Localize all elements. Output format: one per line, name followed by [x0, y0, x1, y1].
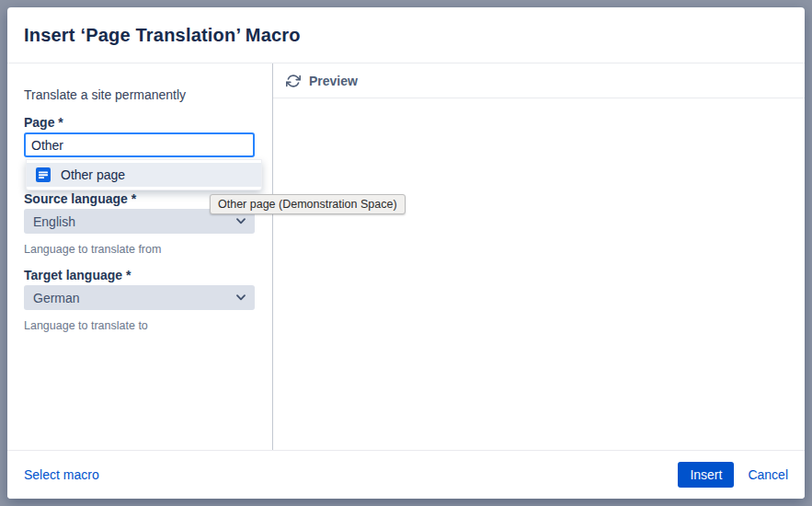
- page-icon: [36, 167, 51, 182]
- source-language-value: English: [33, 214, 75, 229]
- chevron-down-icon: [236, 218, 246, 224]
- dialog-header: Insert ‘Page Translation’ Macro: [7, 7, 805, 63]
- suggestion-tooltip: Other page (Demonstration Space): [210, 194, 406, 214]
- select-macro-link[interactable]: Select macro: [24, 467, 99, 482]
- preview-title: Preview: [309, 74, 358, 88]
- target-language-select[interactable]: German: [24, 285, 255, 310]
- page-suggestion-dropdown: Other page: [26, 159, 262, 190]
- insert-button[interactable]: Insert: [678, 462, 734, 488]
- refresh-icon[interactable]: [286, 74, 301, 88]
- page-input[interactable]: [24, 132, 255, 157]
- macro-description: Translate a site permanently: [24, 87, 186, 102]
- suggestion-label: Other page: [61, 167, 125, 182]
- preview-panel: Preview: [273, 63, 805, 450]
- preview-header: Preview: [273, 63, 805, 98]
- footer-actions: Insert Cancel: [678, 462, 788, 488]
- target-language-help: Language to translate to: [24, 319, 148, 332]
- target-language-label: Target language *: [24, 268, 131, 282]
- insert-macro-dialog: Insert ‘Page Translation’ Macro Translat…: [7, 7, 805, 499]
- dialog-title: Insert ‘Page Translation’ Macro: [24, 25, 301, 46]
- dialog-footer: Select macro Insert Cancel: [7, 450, 805, 499]
- source-language-label: Source language *: [24, 191, 136, 206]
- cancel-link[interactable]: Cancel: [748, 467, 788, 482]
- page-field-label: Page *: [24, 115, 63, 130]
- source-language-help: Language to translate from: [24, 243, 161, 256]
- chevron-down-icon: [236, 294, 246, 301]
- target-language-value: German: [33, 291, 80, 305]
- suggestion-item-other-page[interactable]: Other page: [27, 163, 261, 187]
